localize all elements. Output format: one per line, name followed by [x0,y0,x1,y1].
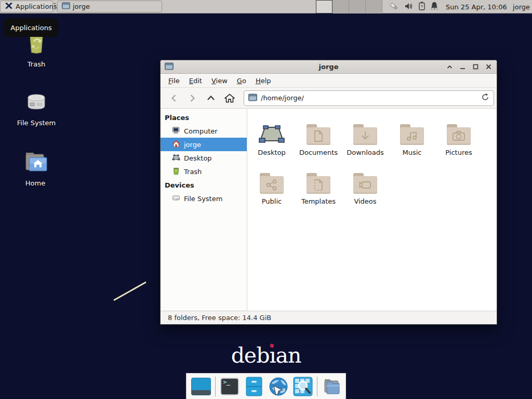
applications-menu-button[interactable]: Applications [0,1,53,12]
workspace-cell-1[interactable] [316,0,332,14]
computer-icon [172,126,180,136]
workspace-cell-3[interactable] [349,0,366,14]
web-browser-icon[interactable] [268,376,289,397]
app-finder-icon[interactable] [292,376,313,397]
file-tile-label: Public [262,197,282,205]
workspace-switcher[interactable] [316,0,382,14]
file-tile-label: Music [403,149,422,156]
sidebar-item-trash[interactable]: Trash [161,165,247,178]
file-tile-pictures[interactable]: Pictures [435,115,482,164]
menu-edit[interactable]: Edit [184,75,207,87]
home-button[interactable] [222,91,237,105]
workspace-cell-2[interactable] [332,0,349,14]
file-tile-templates[interactable]: Templates [295,164,342,212]
sidebar-item-label: Computer [184,127,218,135]
file-tile-videos[interactable]: Videos [342,164,389,212]
file-tile-downloads[interactable]: Downloads [342,115,389,164]
window-folder-icon [62,2,70,11]
up-button[interactable] [203,91,219,105]
file-tile-label: Documents [299,149,338,156]
status-text: 8 folders, Free space: 14.4 GiB [168,314,271,322]
status-bar: 8 folders, Free space: 14.4 GiB [161,311,497,324]
applications-tooltip: Applications [4,18,58,37]
forward-button[interactable] [184,91,200,105]
sidebar-item-label: Desktop [184,154,212,162]
home-folder-icon [23,151,48,175]
sidebar-item-label: Trash [184,168,202,176]
path-input[interactable]: /home/jorge/ [261,94,477,102]
sidebar-item-file-system[interactable]: File System [161,192,247,205]
sidebar-item-label: jorge [184,141,201,149]
file-tile-label: Desktop [258,149,286,156]
shade-button[interactable] [445,63,454,71]
battery-icon[interactable] [419,2,425,12]
notification-bell-icon[interactable] [430,2,438,12]
dock-separator [317,377,317,396]
window-titlebar[interactable]: jorge [161,60,497,74]
panel-handle[interactable] [54,3,56,10]
desktop-icon-label: Home [25,179,45,187]
system-tray [389,0,438,14]
close-button[interactable] [484,63,493,71]
menu-go[interactable]: Go [232,75,251,87]
file-cabinet-icon[interactable] [244,376,264,397]
desktop-icon-home[interactable]: Home [10,151,60,187]
menu-bar: FileEditViewGoHelp [161,74,497,88]
panel-clock[interactable]: Sun 25 Apr, 10:06 [446,0,507,14]
maximize-button[interactable] [471,63,480,71]
download-folder-icon [353,115,377,145]
menu-view[interactable]: View [207,75,232,87]
drive-icon [24,88,49,115]
desktop-icon-file-system[interactable]: File System [11,88,61,127]
document-folder-icon [307,115,330,145]
menu-file[interactable]: File [164,75,184,87]
volume-icon[interactable] [404,2,414,12]
path-folder-icon [248,94,257,103]
panel-user-label[interactable]: jorge [513,0,530,14]
file-tile-label: Pictures [445,149,472,156]
reload-icon[interactable] [481,93,489,103]
desktop-icon-label: Trash [28,60,45,68]
path-bar[interactable]: /home/jorge/ [244,90,494,106]
template-folder-icon [307,164,330,194]
file-tile-desktop[interactable]: Desktop [248,115,295,164]
menu-help[interactable]: Help [251,75,276,87]
share-folder-icon [260,164,284,194]
camera-folder-icon [447,115,471,145]
file-tile-label: Videos [354,197,376,205]
file-tile-documents[interactable]: Documents [295,115,342,164]
taskbar-window-label: jorge [73,3,90,10]
drive-icon [172,194,180,204]
removable-device-icon[interactable] [389,2,399,12]
debian-logo-i: ı [269,343,275,368]
tooltip-text: Applications [10,24,51,32]
sidebar-item-computer[interactable]: Computer [161,124,247,138]
home-icon [172,140,180,150]
file-grid: DesktopDocumentsDownloadsMusicPicturesPu… [247,109,497,311]
terminal-icon[interactable]: >_ [219,376,240,397]
workspace-cell-4[interactable] [366,0,382,14]
trash-icon [172,167,180,177]
xfce-logo-icon [5,2,13,11]
show-desktop-icon[interactable] [191,376,211,397]
file-tile-label: Downloads [347,149,383,156]
sidebar: PlacesComputerjorgeDesktopTrashDevicesFi… [161,109,247,311]
music-folder-icon [400,115,424,145]
applications-menu-label: Applications [16,3,57,10]
file-tile-public[interactable]: Public [248,164,295,212]
file-tile-label: Templates [301,197,336,205]
file-tile-music[interactable]: Music [389,115,435,164]
debian-logo: debıan [227,343,305,368]
taskbar-window-button[interactable]: jorge [57,1,162,12]
top-panel: Applications jorge Sun 25 Apr, 10:06 jor… [0,0,532,14]
back-button[interactable] [166,91,181,105]
file-manager-icon[interactable] [321,376,342,397]
sidebar-item-desktop[interactable]: Desktop [161,151,247,165]
file-manager-window: jorge FileEditViewGoHelp /home/jorge/ Pl… [160,60,497,325]
sidebar-header-places: Places [161,111,247,124]
minimize-button[interactable] [458,63,467,71]
desktop-icon-label: File System [17,119,56,127]
sidebar-header-devices: Devices [161,178,247,192]
sidebar-item-jorge[interactable]: jorge [161,138,247,151]
video-folder-icon [353,164,377,194]
